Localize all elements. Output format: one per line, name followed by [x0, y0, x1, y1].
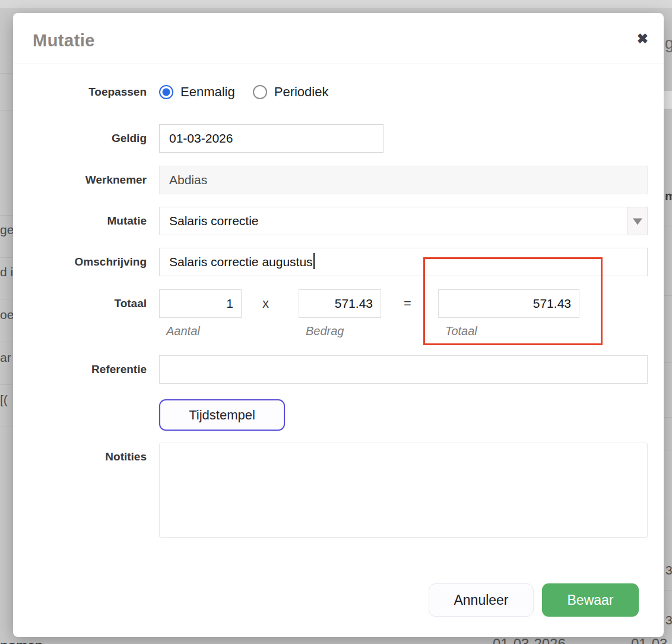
divider [664, 109, 672, 109]
modal-title: Mutatie [33, 31, 95, 50]
notities-label: Notities [13, 443, 147, 471]
mutatie-label: Mutatie [13, 207, 147, 235]
divider [664, 519, 672, 519]
bg-text-fragment: ge [0, 223, 14, 237]
divider [0, 384, 13, 385]
referentie-input[interactable] [159, 355, 648, 384]
bg-text-fragment: oe [0, 308, 14, 322]
geldig-label: Geldig [13, 124, 147, 153]
cancel-button[interactable]: Annuleer [429, 583, 534, 617]
notities-textarea[interactable] [159, 443, 648, 538]
bg-row-band [664, 91, 672, 109]
close-icon[interactable]: ✖ [637, 32, 648, 46]
radio-eenmalig-label[interactable]: Eenmalig [180, 84, 235, 100]
omschrijving-value: Salaris correctie augustus [169, 255, 313, 269]
equals-sign: = [404, 289, 411, 318]
save-button[interactable]: Bewaar [542, 583, 639, 617]
totaal-sublabel: Totaal [445, 324, 477, 338]
divider [664, 450, 672, 450]
radio-periodiek[interactable] [253, 85, 267, 99]
divider [0, 342, 13, 342]
divider [664, 362, 672, 363]
mutatie-select[interactable]: Salaris correctie [159, 207, 648, 235]
multiply-sign: x [262, 289, 269, 318]
geldig-date-input[interactable]: 01-03-2026 [159, 124, 383, 153]
aantal-input[interactable]: 1 [159, 289, 242, 318]
divider [0, 110, 13, 111]
divider [664, 226, 672, 226]
mutatie-select-value: Salaris correctie [160, 207, 627, 235]
bg-text-fragment: g [665, 34, 672, 53]
bg-text-fragment: [( [0, 393, 8, 407]
bedrag-input[interactable]: 571.43 [299, 289, 381, 318]
omschrijving-input[interactable]: Salaris correctie augustus [159, 248, 648, 276]
radio-eenmalig[interactable] [159, 85, 173, 99]
bg-text-fragment: ar [0, 351, 11, 365]
bg-text-fragment: 01-03 [631, 636, 667, 644]
divider [664, 295, 672, 296]
toepassen-label: Toepassen [13, 78, 147, 106]
divider [0, 257, 13, 258]
totaal-label: Totaal [13, 289, 147, 318]
werknemer-label: Werknemer [13, 166, 147, 194]
chevron-down-icon[interactable] [627, 207, 647, 235]
mutatie-modal: Mutatie ✖ Toepassen Eenmalig Periodiek G… [13, 13, 664, 637]
bg-text-fragment: 01-03-2026 [493, 636, 566, 644]
bg-text-fragment: 3 [665, 613, 672, 627]
omschrijving-label: Omschrijving [13, 248, 147, 276]
bg-text-fragment: nomen [0, 638, 43, 644]
toepassen-radio-group: Eenmalig Periodiek [159, 78, 339, 106]
totaal-input[interactable]: 571.43 [438, 289, 579, 318]
divider [664, 417, 672, 418]
referentie-label: Referentie [13, 355, 147, 384]
radio-periodiek-label[interactable]: Periodiek [274, 84, 329, 100]
divider [0, 73, 13, 74]
bg-text-fragment: d i [0, 265, 13, 279]
bg-text-fragment: 3 [665, 563, 672, 577]
aantal-sublabel: Aantal [166, 324, 200, 338]
text-cursor [313, 253, 315, 269]
divider [664, 590, 672, 591]
tijdstempel-button[interactable]: Tijdstempel [159, 399, 285, 431]
bg-text-fragment: m [665, 189, 672, 203]
divider [0, 427, 13, 427]
backdrop-topbar [0, 0, 672, 8]
header-divider [13, 64, 664, 64]
divider [0, 215, 13, 216]
divider [0, 299, 13, 299]
bedrag-sublabel: Bedrag [306, 324, 344, 338]
werknemer-input: Abdias [159, 166, 648, 194]
